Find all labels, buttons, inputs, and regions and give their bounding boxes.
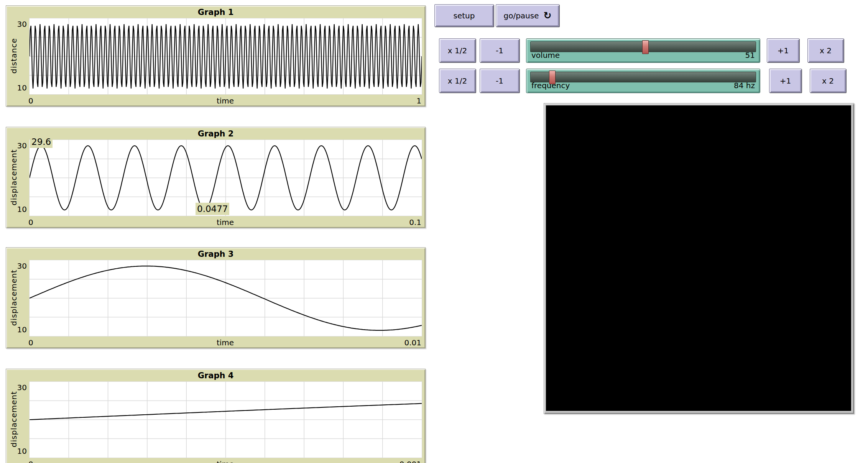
x-tick-max: 0.01 [29,338,421,347]
slider-track[interactable] [530,41,756,52]
y-tick-max: 30 [7,141,27,150]
go-pause-button[interactable]: go/pause ↻ [496,4,559,27]
y-tick-min: 10 [7,325,27,334]
slider-value: 51 [745,51,755,60]
plot-widget-graph1: Graph 1 distance 30 10 0 time 1 [6,5,426,107]
x-tick-max: 0.1 [29,218,421,227]
volume-double-button[interactable]: x 2 [807,38,844,62]
world-view[interactable] [546,105,851,411]
forever-icon: ↻ [544,12,552,20]
y-tick-max: 30 [7,20,27,29]
button-label: +1 [780,76,791,85]
frequency-minus-one-button[interactable]: -1 [480,69,519,93]
frequency-double-button[interactable]: x 2 [810,69,846,93]
y-axis-label: displacement [9,140,18,215]
y-axis-label: displacement [9,260,18,336]
plot-widget-graph3: Graph 3 displacement 30 10 0 time 0.01 [6,247,426,348]
y-axis-label: distance [9,18,18,94]
volume-minus-one-button[interactable]: -1 [480,38,519,62]
y-tick-min: 10 [7,205,27,214]
plot-title: Graph 2 [6,129,425,138]
button-label: +1 [778,46,789,55]
plot-title: Graph 4 [6,371,425,380]
volume-slider[interactable]: volume 51 [526,38,760,63]
button-label: -1 [496,76,503,85]
button-label: -1 [496,46,503,55]
x-tick-max: 0.001 [29,460,421,463]
world-view-frame [544,103,854,414]
y-tick-min: 10 [7,447,27,456]
setup-button[interactable]: setup [434,4,494,27]
setup-button-label: setup [454,11,475,20]
volume-slider-handle[interactable] [642,40,649,54]
volume-half-button[interactable]: x 1/2 [439,38,476,62]
plot-widget-graph4: Graph 4 displacement 30 10 0 time 0.001 [6,369,426,463]
frequency-plus-one-button[interactable]: +1 [769,69,802,93]
current-value-annotation: 29.6 [30,136,53,148]
y-tick-max: 30 [7,383,27,392]
volume-plus-one-button[interactable]: +1 [767,38,799,62]
plot-widget-graph2: Graph 2 displacement 30 10 29.6 0.0477 0… [6,127,426,228]
y-tick-min: 10 [7,83,27,92]
frequency-half-button[interactable]: x 1/2 [439,69,476,93]
plot-canvas [29,381,422,458]
plot-title: Graph 1 [6,8,425,17]
frequency-slider[interactable]: frequency 84 hz [526,69,760,93]
plot-canvas [29,18,422,95]
plot-title: Graph 3 [6,250,425,259]
button-label: x 1/2 [448,46,467,55]
slider-value: 84 hz [734,81,755,90]
plot-canvas [29,260,422,337]
y-tick-max: 30 [7,261,27,271]
current-time-annotation: 0.0477 [196,203,229,215]
go-pause-button-label: go/pause [504,11,539,20]
slider-label: volume [531,51,560,60]
y-axis-label: displacement [9,381,18,457]
button-label: x 1/2 [448,76,467,85]
slider-label: frequency [531,81,570,90]
button-label: x 2 [822,76,834,85]
button-label: x 2 [820,46,832,55]
x-tick-max: 1 [29,96,421,105]
